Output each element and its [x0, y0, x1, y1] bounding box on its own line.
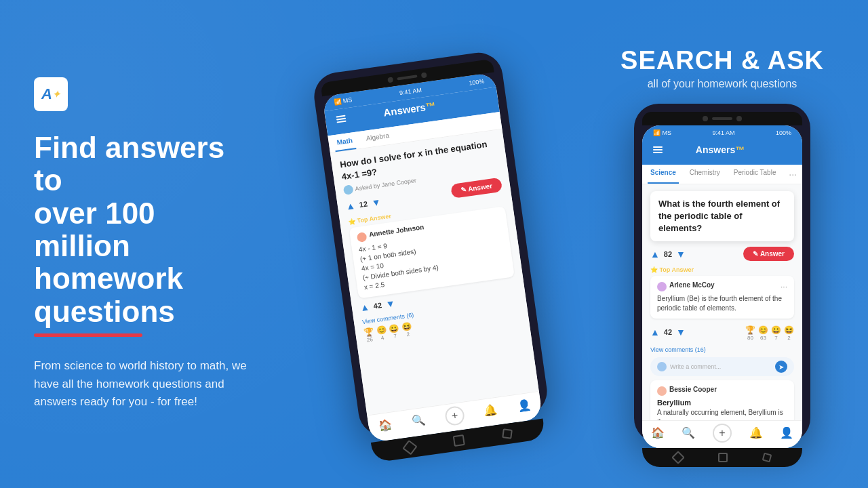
- main-headline: Find answers to over 100 million homewor…: [34, 131, 258, 350]
- upvote2-left[interactable]: ▲: [359, 302, 370, 314]
- avatar-annette: [357, 232, 368, 243]
- comment-placeholder[interactable]: Write a comment...: [670, 363, 721, 370]
- upvote-arrow-left[interactable]: ▲: [345, 200, 356, 212]
- upvote-right[interactable]: ▲: [650, 249, 660, 260]
- answer-button-left[interactable]: ✎ Answer: [451, 178, 503, 199]
- sub-description: From science to world history to math, w…: [34, 357, 251, 411]
- avatar-arlene: [657, 282, 667, 291]
- avatar-jane: [343, 185, 354, 196]
- tabs-more-btn[interactable]: ···: [789, 165, 797, 184]
- phone-speaker-right: [712, 117, 732, 120]
- time-left: 9:41 AM: [399, 87, 422, 96]
- avatar-bessie: [657, 386, 667, 396]
- phone-tabs-right: Science Chemistry Periodic Table ···: [642, 165, 802, 184]
- nav-search-left[interactable]: 🔍: [411, 413, 427, 432]
- beryllium-answer: Beryllium: [657, 399, 787, 407]
- comment-input-area: Write a comment... ➤: [650, 357, 794, 376]
- battery-right: 100%: [776, 129, 791, 136]
- phone-mockup-right: 📶 MS 9:41 AM 100% Answers™: [634, 104, 810, 443]
- right-title: SEARCH & ASK: [620, 46, 824, 75]
- vote-count2-left: 42: [373, 301, 382, 310]
- downvote-arrow-left[interactable]: ▼: [371, 197, 382, 209]
- question-popup-right: What is the fourth element of the period…: [650, 191, 794, 242]
- answerer-name-left: Annette Johnson: [368, 224, 424, 239]
- emoji-num: 😆2: [401, 321, 414, 338]
- phone-header-title-left: Answers™: [382, 100, 436, 119]
- nav-search-right[interactable]: 🔍: [682, 426, 695, 443]
- recents-btn-right[interactable]: [762, 452, 772, 462]
- nav-profile-left[interactable]: 👤: [517, 399, 532, 417]
- emoji-r-1: 🏆80: [745, 325, 755, 341]
- phone-camera2-left: [421, 72, 427, 78]
- question-popup-title: What is the fourth element of the period…: [658, 198, 786, 235]
- emoji-smile: 😊4: [376, 325, 388, 342]
- phone-header-right: Answers™: [642, 140, 802, 165]
- answerer-name-right: Arlene McCoy: [669, 281, 715, 289]
- home-btn-right[interactable]: [718, 453, 728, 462]
- nav-bell-left[interactable]: 🔔: [483, 403, 498, 422]
- comments-link-right[interactable]: View comments (16): [650, 346, 794, 353]
- top-answer-label-right: ⭐ Top Answer: [650, 266, 794, 273]
- hamburger-icon-right[interactable]: [653, 146, 663, 153]
- signal-left: 📶 MS: [334, 96, 353, 106]
- send-btn[interactable]: ➤: [775, 361, 787, 373]
- status-bar-right: 📶 MS 9:41 AM 100%: [642, 125, 802, 140]
- phone-camera-left: [387, 77, 393, 83]
- phone-content-right: What is the fourth element of the period…: [642, 184, 802, 420]
- right-panel: SEARCH & ASK all of your homework questi…: [576, 0, 868, 488]
- beryllium-sub-answer: A naturally occurring element, Beryllium…: [657, 408, 787, 420]
- answer-card-right: Arlene McCoy ··· Beryllium (Be) is the f…: [650, 276, 794, 319]
- phone-camera-right: [703, 116, 708, 121]
- nav-profile-right[interactable]: 👤: [780, 426, 793, 443]
- emoji-row-right: 🏆80 😊63 😀7 😆2: [745, 325, 794, 341]
- placeholder-left: [473, 98, 487, 100]
- tab-periodic[interactable]: Periodic Table: [731, 165, 779, 184]
- home-btn-left[interactable]: [453, 434, 465, 447]
- battery-left: 100%: [469, 78, 485, 87]
- phone-bottom-right: [642, 448, 802, 467]
- downvote2-right[interactable]: ▼: [676, 327, 686, 338]
- nav-bell-right[interactable]: 🔔: [749, 426, 763, 443]
- emoji-r-3: 😀7: [771, 325, 781, 341]
- tab-chemistry[interactable]: Chemistry: [687, 165, 723, 184]
- hamburger-icon-left[interactable]: [336, 115, 346, 123]
- upvote2-right[interactable]: ▲: [650, 327, 660, 338]
- nav-home-right[interactable]: 🏠: [651, 426, 665, 443]
- answer-menu-right[interactable]: ···: [781, 282, 787, 291]
- downvote-right[interactable]: ▼: [676, 249, 686, 260]
- right-subtitle: all of your homework questions: [620, 78, 824, 90]
- phone-camera2-right: [736, 116, 742, 121]
- phone-content-left: How do I solve for x in the equation 4x-…: [330, 129, 539, 415]
- back-btn-left[interactable]: [403, 440, 418, 455]
- answer-button-right[interactable]: ✎ Answer: [743, 247, 794, 261]
- tab-science[interactable]: Science: [648, 165, 679, 184]
- comment-avatar: [657, 362, 667, 371]
- phone-screen-left: 📶 MS 9:41 AM 100% Answers™: [322, 73, 542, 443]
- tab-math[interactable]: Math: [333, 132, 357, 152]
- answer-card-bessie: Bessie Cooper Beryllium A naturally occu…: [650, 380, 794, 420]
- recents-btn-left[interactable]: [502, 428, 513, 439]
- app-logo: A✦: [34, 77, 68, 111]
- center-panel: 📶 MS 9:41 AM 100% Answers™: [285, 0, 576, 488]
- back-btn-right[interactable]: [671, 451, 685, 464]
- headline-underline: [34, 333, 142, 337]
- phone-header-title-right: Answers™: [696, 144, 745, 155]
- phone-mockup-left: 📶 MS 9:41 AM 100% Answers™: [311, 49, 550, 439]
- phone-speaker-left: [397, 75, 417, 80]
- nav-home-left[interactable]: 🏠: [378, 418, 393, 436]
- left-panel: A✦ Find answers to over 100 million home…: [0, 0, 285, 488]
- emoji-r-4: 😆2: [784, 325, 794, 341]
- nav-add-left[interactable]: +: [444, 405, 466, 427]
- time-right: 9:41 AM: [712, 129, 734, 136]
- answer-text-right: Beryllium (Be) is the fourth element of …: [657, 294, 787, 313]
- vote-row-right: ▲ 82 ▼ ✎ Answer: [650, 247, 794, 261]
- phone-top-bar-right: [642, 112, 802, 125]
- phone-nav-right: 🏠 🔍 + 🔔 👤: [642, 420, 802, 448]
- downvote2-left[interactable]: ▼: [385, 298, 396, 310]
- nav-add-right[interactable]: +: [713, 424, 732, 443]
- bessie-name: Bessie Cooper: [669, 386, 717, 393]
- right-header: SEARCH & ASK all of your homework questi…: [620, 46, 824, 90]
- vote-row2-right: ▲ 42 ▼ 🏆80 😊63 😀7 �: [650, 323, 794, 341]
- phone-screen-right: 📶 MS 9:41 AM 100% Answers™: [642, 125, 802, 448]
- emoji-r-2: 😊63: [758, 325, 768, 341]
